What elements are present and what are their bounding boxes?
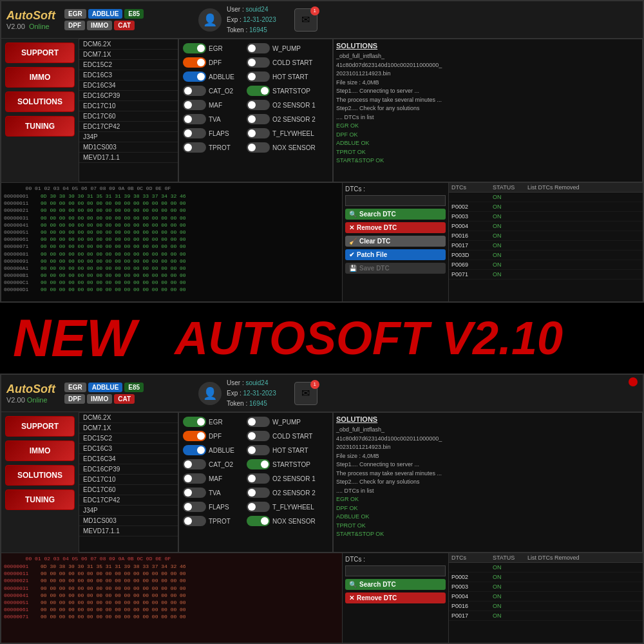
solutions-button-b[interactable]: SOLUTIONS xyxy=(5,465,75,486)
module-item-b[interactable]: EDC16CP39 xyxy=(79,464,178,475)
toggle-cato2-row: CAT_O2 STARTSTOP xyxy=(182,84,330,97)
toggle-flaps[interactable] xyxy=(183,128,206,138)
hex-row: 0000007100 00 00 00 00 00 00 00 00 00 00… xyxy=(4,243,339,250)
toggle-tva-label: TVA xyxy=(209,116,244,123)
support-button-b[interactable]: SUPPORT xyxy=(5,416,75,437)
toggle-maf[interactable] xyxy=(183,100,206,110)
module-item-b[interactable]: EDC17C60 xyxy=(79,485,178,495)
hex-row-b: 0000001100 00 00 00 00 00 00 00 00 00 00… xyxy=(4,570,339,577)
dtc-input[interactable] xyxy=(345,195,446,206)
mail-badge-bottom: 1 xyxy=(310,380,319,389)
save-dtc-button[interactable]: 💾 Save DTC xyxy=(345,263,446,274)
toggle-o2s1[interactable] xyxy=(247,100,270,110)
module-item[interactable]: EDC16CP39 xyxy=(79,91,178,101)
toggle-tva-row-b: TVA O2 SENSOR 2 xyxy=(182,486,330,499)
module-item-b[interactable]: EDC16C3 xyxy=(79,444,178,454)
module-item-b[interactable]: MD1CS003 xyxy=(79,516,178,526)
support-button[interactable]: SUPPORT xyxy=(5,43,75,63)
dtc-label: DTCs : xyxy=(345,185,446,193)
patch-file-button[interactable]: ✔ Patch File xyxy=(345,249,446,260)
toggle-adblue[interactable] xyxy=(183,71,206,82)
clear-dtc-button[interactable]: 🧹 Clear DTC xyxy=(345,236,446,247)
module-item[interactable]: EDC17CP42 xyxy=(79,122,178,132)
toggle-startstop-b[interactable] xyxy=(247,459,270,469)
badge-cat: CAT xyxy=(114,21,135,30)
module-item[interactable]: MEVD17.1.1 xyxy=(79,153,178,163)
toggle-egr[interactable] xyxy=(183,43,206,53)
toggle-dpf[interactable] xyxy=(183,57,206,68)
immo-button[interactable]: IMMO xyxy=(5,67,75,88)
search-dtc-button-b[interactable]: 🔍 Search DTC xyxy=(345,579,446,590)
tuning-button-b[interactable]: TUNING xyxy=(5,489,75,510)
toggle-cato2-label: CAT_O2 xyxy=(209,88,244,95)
module-item-b[interactable]: EDC17CP42 xyxy=(79,495,178,506)
toggle-o2s2-b[interactable] xyxy=(247,488,270,498)
module-item[interactable]: EDC16C34 xyxy=(79,80,178,91)
left-sidebar-top: SUPPORT IMMO SOLUTIONS TUNING xyxy=(1,39,79,182)
toggle-tflywheel-b[interactable] xyxy=(247,502,270,512)
module-item-b[interactable]: EDC17C10 xyxy=(79,475,178,485)
toggle-o2s2-label: O2 SENSOR 2 xyxy=(272,116,316,123)
module-item-b[interactable]: EDC16C34 xyxy=(79,454,178,464)
remove-dtc-button[interactable]: ✕ Remove DTC xyxy=(345,222,446,233)
toggle-wpump-b[interactable] xyxy=(247,417,270,427)
module-item[interactable]: DCM7.1X xyxy=(79,50,178,60)
toggle-coldstart[interactable] xyxy=(247,57,270,68)
module-item[interactable]: EDC17C10 xyxy=(79,101,178,111)
module-list-bottom[interactable]: DCM6.2X DCM7.1X EDC15C2 EDC16C3 EDC16C34… xyxy=(79,412,178,553)
immo-button-b[interactable]: IMMO xyxy=(5,440,75,461)
toggle-adblue-b[interactable] xyxy=(183,445,206,455)
module-item[interactable]: MD1CS003 xyxy=(79,142,178,153)
hex-row: 000000010D 30 38 30 30 31 35 31 31 39 38… xyxy=(4,193,339,200)
toggle-startstop[interactable] xyxy=(247,86,270,96)
toggle-cato2-b[interactable] xyxy=(183,459,206,469)
toggle-tva[interactable] xyxy=(183,114,206,124)
dtc-input-b[interactable] xyxy=(345,565,446,576)
toggle-hotstart[interactable] xyxy=(247,71,270,82)
avatar: 👤 xyxy=(198,8,222,32)
mail-button[interactable]: ✉ 1 xyxy=(294,8,317,32)
toggle-dpf-b[interactable] xyxy=(183,431,206,441)
window-close-button[interactable] xyxy=(629,377,638,386)
module-item[interactable]: EDC15C2 xyxy=(79,60,178,70)
mail-button-bottom[interactable]: ✉ 1 xyxy=(294,382,317,405)
toggle-tprot-b[interactable] xyxy=(183,516,206,526)
toggle-cato2[interactable] xyxy=(183,86,206,96)
module-item[interactable]: EDC16C3 xyxy=(79,70,178,80)
remove-dtc-button-b[interactable]: ✕ Remove DTC xyxy=(345,592,446,603)
toggle-tprot-row-b: TPROT NOX SENSOR xyxy=(182,515,330,527)
module-item[interactable]: J34P xyxy=(79,132,178,142)
module-item[interactable]: DCM6.2X xyxy=(79,39,178,50)
toggle-tprot[interactable] xyxy=(183,142,206,153)
dtc-col-code-b: DTCs xyxy=(451,554,490,561)
toggle-noxsensor-b[interactable] xyxy=(247,516,270,526)
module-list-top[interactable]: DCM6.2X DCM7.1X EDC15C2 EDC16C3 EDC16C34… xyxy=(79,39,178,182)
toggle-noxsensor[interactable] xyxy=(247,142,270,153)
hex-row: 0000004100 00 00 00 00 00 00 00 00 00 00… xyxy=(4,222,339,229)
toggle-maf-b[interactable] xyxy=(183,473,206,484)
solutions-button[interactable]: SOLUTIONS xyxy=(5,91,75,112)
toggle-wpump[interactable] xyxy=(247,43,270,53)
module-item-b[interactable]: J34P xyxy=(79,506,178,516)
badge-dpf: DPF xyxy=(64,21,85,30)
toggle-o2s2[interactable] xyxy=(247,114,270,124)
dtc-row: P003DON xyxy=(449,251,643,260)
module-item-b[interactable]: DCM7.1X xyxy=(79,423,178,433)
toggle-tva-b[interactable] xyxy=(183,488,206,498)
module-item-b[interactable]: MEVD17.1.1 xyxy=(79,526,178,536)
tuning-button[interactable]: TUNING xyxy=(5,116,75,137)
module-item-b[interactable]: EDC15C2 xyxy=(79,433,178,444)
search-dtc-button[interactable]: 🔍 Search DTC xyxy=(345,209,446,220)
toggle-wpump-label: W_PUMP xyxy=(272,45,308,52)
toggle-o2s1-b[interactable] xyxy=(247,473,270,484)
toggle-tprot-label: TPROT xyxy=(209,144,244,151)
toggle-tflywheel[interactable] xyxy=(247,128,270,138)
hex-row: 0000006100 00 00 00 00 00 00 00 00 00 00… xyxy=(4,236,339,243)
module-item-b[interactable]: DCM6.2X xyxy=(79,413,178,423)
dtc-col-status: STATUS xyxy=(493,184,525,191)
toggle-flaps-b[interactable] xyxy=(183,502,206,512)
module-item[interactable]: EDC17C60 xyxy=(79,111,178,122)
toggle-hotstart-b[interactable] xyxy=(247,445,270,455)
toggle-egr-b[interactable] xyxy=(183,417,206,427)
toggle-coldstart-b[interactable] xyxy=(247,431,270,441)
